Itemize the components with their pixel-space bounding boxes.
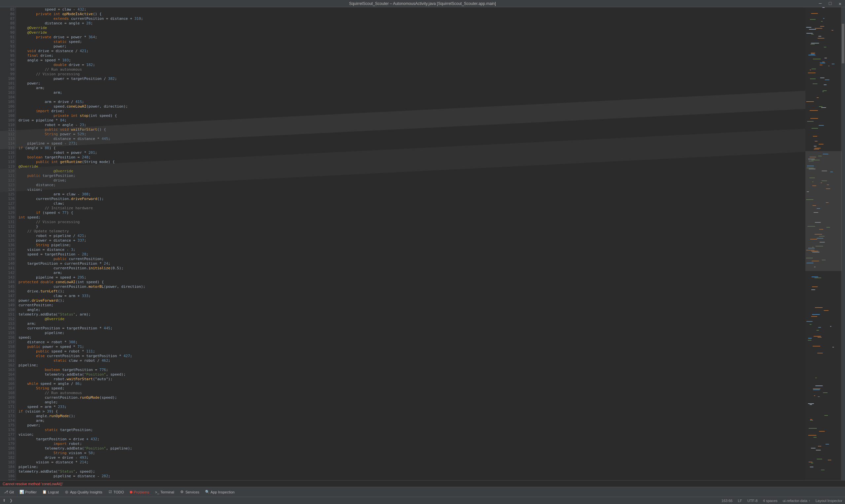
- title-bar: SquirrelScout_Scouter – AutonomousActivi…: [0, 0, 845, 7]
- toolbar-services[interactable]: ⚙ Services: [177, 488, 202, 496]
- inspection-icon: 🔍: [205, 490, 209, 494]
- services-label: Services: [185, 490, 199, 494]
- minimize-button[interactable]: ─: [815, 0, 825, 7]
- encoding[interactable]: UTF-8: [747, 499, 757, 503]
- todo-label: TODO: [113, 490, 124, 494]
- window-controls[interactable]: ─ □ ✕: [815, 0, 845, 7]
- editor-area: [0, 7, 845, 487]
- toolbar-terminal[interactable]: >_ Terminal: [153, 488, 177, 496]
- error-message: Cannot resolve method 'coneLowAI()': [3, 482, 63, 486]
- profiler-label: Profiler: [25, 490, 37, 494]
- terminal-label: Terminal: [160, 490, 174, 494]
- branch-info[interactable]: ui-refactor-data ↑: [783, 499, 810, 503]
- indent-info[interactable]: 4 spaces: [763, 499, 777, 503]
- toolbar-problems[interactable]: Problems: [127, 488, 152, 496]
- profiler-icon: 📊: [20, 490, 24, 494]
- expand-icon: ❯: [10, 498, 13, 503]
- git-label: Git: [9, 490, 14, 494]
- close-button[interactable]: ✕: [835, 0, 845, 7]
- services-icon: ⚙: [180, 490, 184, 494]
- toolbar-app-quality[interactable]: ◎ App Quality Insights: [62, 488, 105, 496]
- maximize-button[interactable]: □: [825, 0, 835, 7]
- line-separator[interactable]: LF: [738, 499, 742, 503]
- toolbar-app-inspection[interactable]: 🔍 App Inspection: [203, 488, 237, 496]
- code-editor-canvas[interactable]: [0, 7, 845, 487]
- logcat-label: Logcat: [48, 490, 59, 494]
- git-status[interactable]: ⬆: [3, 498, 6, 503]
- layout-inspector[interactable]: Layout Inspector: [816, 499, 842, 503]
- app-quality-label: App Quality Insights: [70, 490, 102, 494]
- toolbar-logcat[interactable]: 📋 Logcat: [40, 488, 61, 496]
- problems-label: Problems: [134, 490, 149, 494]
- toolbar-todo[interactable]: ☑ TODO: [106, 488, 127, 496]
- problems-indicator: [130, 491, 133, 493]
- cursor-position[interactable]: 163:66: [722, 499, 733, 503]
- git-icon: ⎇: [4, 490, 8, 494]
- error-bar: Cannot resolve method 'coneLowAI()': [0, 480, 845, 487]
- status-bar: ⬆ ❯ 163:66 LF UTF-8 4 spaces ui-refactor…: [0, 497, 845, 504]
- todo-icon: ☑: [108, 490, 112, 494]
- status-bar-right: 163:66 LF UTF-8 4 spaces ui-refactor-dat…: [722, 499, 842, 503]
- logcat-icon: 📋: [42, 490, 47, 494]
- toolbar-git[interactable]: ⎇ Git: [1, 488, 17, 496]
- window-title: SquirrelScout_Scouter – AutonomousActivi…: [349, 1, 496, 6]
- quality-icon: ◎: [65, 490, 69, 494]
- toolbar-profiler[interactable]: 📊 Profiler: [17, 488, 39, 496]
- app-inspection-label: App Inspection: [211, 490, 235, 494]
- bottom-toolbar: ⎇ Git 📊 Profiler 📋 Logcat ◎ App Quality …: [0, 487, 845, 497]
- status-bar-left: ⬆ ❯: [3, 498, 13, 503]
- terminal-icon: >_: [155, 490, 159, 494]
